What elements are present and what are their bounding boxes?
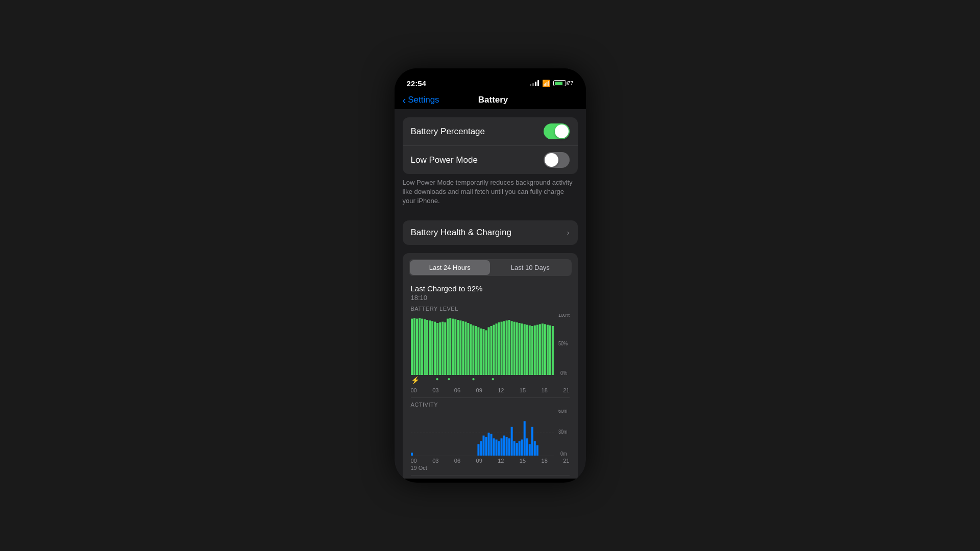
svg-rect-17 bbox=[447, 318, 449, 374]
svg-rect-45 bbox=[518, 323, 520, 375]
svg-rect-37 bbox=[498, 322, 500, 374]
signal-bar-2 bbox=[532, 83, 534, 86]
svg-rect-13 bbox=[436, 323, 438, 375]
svg-rect-83 bbox=[521, 440, 523, 456]
svg-rect-43 bbox=[513, 321, 515, 374]
svg-rect-24 bbox=[464, 321, 467, 374]
act-x-label-09: 09 bbox=[476, 458, 482, 464]
battery-level-chart: 100% 50% 0% bbox=[403, 314, 578, 375]
svg-rect-89 bbox=[536, 445, 538, 456]
back-label: Settings bbox=[408, 95, 439, 105]
x-label-21: 21 bbox=[563, 387, 569, 393]
svg-rect-12 bbox=[434, 321, 436, 374]
svg-rect-66 bbox=[477, 444, 479, 456]
battery-bars bbox=[411, 318, 554, 375]
chart-section: Last 24 Hours Last 10 Days Last Charged … bbox=[403, 253, 578, 479]
low-power-mode-toggle[interactable] bbox=[544, 152, 570, 168]
stats-divider bbox=[411, 475, 570, 475]
charging-dot-3: ● bbox=[472, 376, 475, 384]
toggles-section: Battery Percentage Low Power Mode bbox=[403, 117, 578, 174]
act-x-label-12: 12 bbox=[498, 458, 504, 464]
charge-title: Last Charged to 92% bbox=[411, 284, 570, 293]
svg-rect-74 bbox=[498, 441, 500, 456]
status-bar: 22:54 📶 77 bbox=[395, 68, 586, 91]
svg-rect-50 bbox=[531, 326, 533, 375]
svg-rect-31 bbox=[482, 329, 484, 375]
svg-rect-48 bbox=[526, 324, 528, 374]
svg-rect-80 bbox=[513, 441, 515, 456]
back-button[interactable]: ‹ Settings bbox=[403, 95, 439, 105]
battery-x-labels: 00 03 06 09 12 15 18 21 bbox=[403, 385, 578, 393]
svg-rect-85 bbox=[526, 438, 528, 456]
act-x-label-18: 18 bbox=[542, 458, 548, 464]
svg-rect-33 bbox=[487, 327, 489, 375]
x-label-03: 03 bbox=[432, 387, 438, 393]
charge-info: Last Charged to 92% 18:10 bbox=[403, 282, 578, 306]
tab-last-10-days[interactable]: Last 10 Days bbox=[490, 260, 571, 275]
svg-rect-41 bbox=[508, 320, 510, 375]
svg-rect-55 bbox=[544, 324, 546, 375]
svg-rect-65 bbox=[411, 453, 413, 456]
svg-rect-39 bbox=[503, 321, 505, 375]
chart-date-label: 19 Oct bbox=[403, 464, 578, 471]
svg-rect-19 bbox=[452, 318, 454, 374]
act-x-label-15: 15 bbox=[520, 458, 526, 464]
x-label-00: 00 bbox=[411, 387, 417, 393]
svg-rect-75 bbox=[500, 438, 502, 456]
svg-rect-56 bbox=[546, 324, 548, 374]
svg-rect-35 bbox=[493, 324, 495, 374]
svg-rect-54 bbox=[541, 323, 543, 375]
svg-rect-47 bbox=[523, 324, 525, 375]
toggle-knob-2 bbox=[545, 153, 558, 167]
nav-bar: ‹ Settings Battery bbox=[395, 91, 586, 109]
content-scroll[interactable]: Battery Percentage Low Power Mode Low Po… bbox=[395, 109, 586, 479]
svg-rect-22 bbox=[459, 320, 461, 375]
toggle-knob bbox=[555, 124, 569, 138]
act-x-label-00: 00 bbox=[411, 458, 417, 464]
x-label-18: 18 bbox=[542, 387, 548, 393]
signal-bars-icon bbox=[530, 80, 539, 86]
status-time: 22:54 bbox=[407, 79, 426, 88]
svg-rect-49 bbox=[528, 325, 530, 374]
svg-rect-73 bbox=[495, 440, 497, 456]
svg-rect-29 bbox=[477, 327, 479, 375]
svg-rect-8 bbox=[424, 319, 426, 374]
battery-health-label: Battery Health & Charging bbox=[411, 228, 512, 238]
svg-text:30m: 30m bbox=[558, 429, 567, 435]
svg-rect-16 bbox=[444, 322, 446, 374]
svg-rect-53 bbox=[538, 324, 541, 375]
x-label-09: 09 bbox=[476, 387, 482, 393]
svg-rect-42 bbox=[510, 321, 512, 375]
chevron-right-icon: › bbox=[567, 229, 570, 237]
svg-rect-81 bbox=[516, 443, 518, 456]
x-label-15: 15 bbox=[520, 387, 526, 393]
svg-rect-30 bbox=[480, 328, 482, 374]
act-x-label-06: 06 bbox=[454, 458, 460, 464]
svg-rect-72 bbox=[493, 438, 495, 456]
svg-rect-86 bbox=[528, 444, 530, 456]
battery-status: 77 bbox=[553, 80, 573, 86]
battery-health-row[interactable]: Battery Health & Charging › bbox=[403, 220, 578, 245]
charging-dot-4: ● bbox=[492, 376, 495, 384]
svg-rect-11 bbox=[431, 321, 433, 375]
svg-rect-23 bbox=[462, 321, 464, 375]
battery-fill bbox=[555, 82, 562, 85]
tab-last-24-hours[interactable]: Last 24 Hours bbox=[410, 260, 491, 275]
svg-rect-82 bbox=[518, 441, 520, 456]
svg-rect-68 bbox=[482, 436, 484, 456]
activity-chart: 60m 30m 0m bbox=[403, 410, 578, 456]
battery-level-label: BATTERY LEVEL bbox=[403, 306, 578, 312]
battery-percentage-toggle[interactable] bbox=[544, 123, 570, 139]
svg-rect-20 bbox=[454, 319, 456, 374]
x-label-12: 12 bbox=[498, 387, 504, 393]
activity-svg: 60m 30m 0m bbox=[411, 410, 570, 456]
wifi-icon: 📶 bbox=[542, 80, 550, 87]
status-icons: 📶 77 bbox=[530, 80, 573, 87]
battery-svg: 100% 50% 0% bbox=[411, 314, 570, 375]
svg-rect-25 bbox=[467, 323, 469, 375]
svg-rect-79 bbox=[510, 427, 512, 456]
signal-bar-4 bbox=[537, 80, 539, 86]
battery-health-section: Battery Health & Charging › bbox=[403, 220, 578, 245]
svg-rect-10 bbox=[429, 320, 431, 375]
page-title: Battery bbox=[439, 95, 547, 105]
